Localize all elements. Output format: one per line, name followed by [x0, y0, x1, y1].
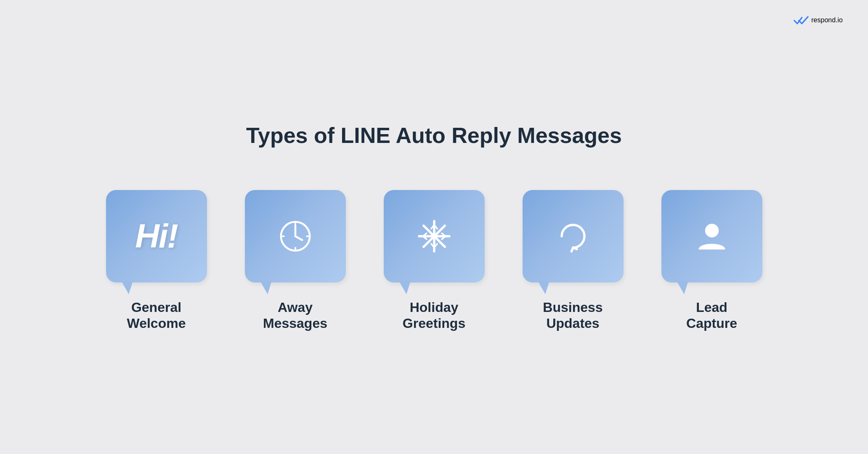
logo-checkmark-icon [794, 15, 809, 25]
bubble-general-welcome: Hi! [106, 190, 207, 282]
svg-point-19 [432, 234, 436, 238]
refresh-icon [554, 217, 592, 255]
bubble-holiday-greetings [384, 190, 485, 282]
svg-point-20 [705, 224, 718, 237]
card-away-messages: AwayMessages [236, 190, 354, 332]
card-lead-capture: LeadCapture [653, 190, 771, 332]
bubble-business-updates [523, 190, 624, 282]
label-business-updates: BusinessUpdates [543, 299, 603, 332]
snowflake-icon [415, 217, 453, 255]
card-general-welcome: Hi! GeneralWelcome [98, 190, 215, 332]
label-away-messages: AwayMessages [263, 299, 327, 332]
card-holiday-greetings: HolidayGreetings [375, 190, 493, 332]
bubble-away-messages [245, 190, 346, 282]
label-holiday-greetings: HolidayGreetings [403, 299, 465, 332]
logo-text: respond.io [811, 16, 843, 24]
card-business-updates: BusinessUpdates [514, 190, 632, 332]
svg-line-2 [295, 236, 302, 240]
hi-text-icon: Hi! [135, 217, 178, 256]
label-lead-capture: LeadCapture [686, 299, 737, 332]
clock-icon [276, 217, 314, 255]
label-general-welcome: GeneralWelcome [127, 299, 186, 332]
bubble-lead-capture [661, 190, 762, 282]
person-icon [693, 217, 731, 255]
cards-container: Hi! GeneralWelcome AwayMessages [98, 190, 771, 332]
page-title: Types of LINE Auto Reply Messages [246, 123, 622, 148]
logo: respond.io [794, 15, 843, 25]
